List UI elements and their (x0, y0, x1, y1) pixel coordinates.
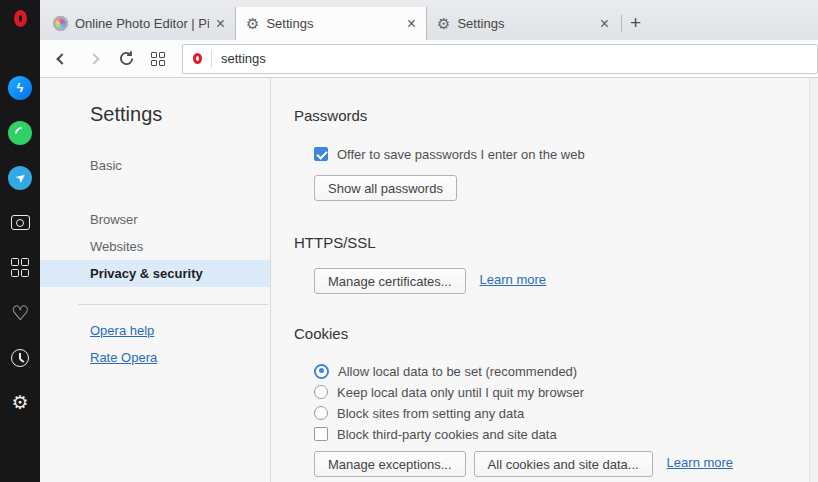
whatsapp-icon[interactable] (8, 120, 33, 145)
messenger-bolt-glyph: ϟ (17, 80, 24, 95)
rate-opera-link[interactable]: Rate Opera (40, 344, 270, 371)
nav-item-basic[interactable]: Basic (40, 152, 270, 179)
camera-icon[interactable] (8, 210, 33, 235)
page-title: Settings (90, 103, 270, 126)
nav-item-websites[interactable]: Websites (40, 233, 270, 260)
navigation-toolbar: settings (40, 40, 818, 78)
sidebar-icon-column: ϟ ➤ ♡ ⚙ (0, 27, 40, 415)
allow-local-data-label: Allow local data to be set (recommended) (338, 364, 577, 379)
settings-gear-favicon: ⚙ (246, 16, 259, 31)
opera-logo-icon[interactable] (14, 10, 27, 27)
https-ssl-section: HTTPS/SSL Manage certificates... Learn m… (294, 233, 809, 294)
history-clock-icon[interactable] (8, 345, 33, 370)
back-chevron-icon (56, 53, 67, 64)
block-third-party-checkbox[interactable] (314, 427, 328, 441)
cookies-learn-more-link[interactable]: Learn more (667, 455, 733, 470)
back-button[interactable] (46, 44, 78, 74)
nav-item-browser[interactable]: Browser (40, 206, 270, 233)
opera-help-link[interactable]: Opera help (40, 317, 270, 344)
tab-settings-active[interactable]: ⚙ Settings × (235, 7, 427, 40)
passwords-section: Passwords Offer to save passwords I ente… (294, 106, 809, 201)
sidebar-settings-gear-icon[interactable]: ⚙ (8, 390, 33, 415)
save-passwords-label: Offer to save passwords I enter on the w… (337, 147, 585, 162)
speed-dial-icon[interactable] (8, 255, 33, 280)
bookmarks-heart-icon[interactable]: ♡ (8, 300, 33, 325)
reload-icon (118, 50, 135, 67)
save-passwords-checkbox[interactable] (314, 147, 328, 161)
settings-nav-panel: Settings Basic Browser Websites Privacy … (40, 78, 271, 482)
cookies-section: Cookies Allow local data to be set (reco… (294, 324, 809, 477)
close-icon[interactable]: × (597, 16, 612, 32)
tab-bar: Online Photo Editor | Pixlr × ⚙ Settings… (40, 0, 818, 40)
settings-gear-favicon: ⚙ (437, 16, 450, 31)
settings-main-panel: Passwords Offer to save passwords I ente… (272, 78, 809, 482)
url-divider (211, 50, 212, 68)
opera-badge-icon (193, 53, 202, 64)
all-cookies-site-data-button[interactable]: All cookies and site data... (474, 451, 653, 477)
tab-pixlr[interactable]: Online Photo Editor | Pixlr × (43, 7, 235, 40)
https-learn-more-link[interactable]: Learn more (480, 272, 546, 287)
telegram-plane-glyph: ➤ (13, 168, 30, 185)
pixlr-favicon (53, 16, 68, 31)
whatsapp-phone-glyph (14, 126, 27, 139)
manage-exceptions-button[interactable]: Manage exceptions... (314, 451, 466, 477)
opera-browser-window: ϟ ➤ ♡ ⚙ Online Photo Editor | Pixlr × ⚙ … (0, 0, 818, 482)
nav-divider (78, 304, 268, 305)
browser-sidebar: ϟ ➤ ♡ ⚙ (0, 0, 40, 482)
block-third-party-label: Block third-party cookies and site data (337, 427, 557, 442)
tab-title: Settings (266, 16, 399, 31)
tab-separator (621, 15, 622, 32)
keep-local-data-radio[interactable] (314, 385, 328, 399)
messenger-icon[interactable]: ϟ (8, 75, 33, 100)
passwords-heading: Passwords (294, 106, 809, 126)
new-tab-button[interactable]: + (628, 13, 647, 40)
tab-title: Settings (457, 16, 592, 31)
close-icon[interactable]: × (404, 16, 419, 32)
block-sites-data-label: Block sites from setting any data (337, 406, 524, 421)
reload-button[interactable] (110, 44, 142, 74)
https-ssl-heading: HTTPS/SSL (294, 233, 809, 253)
manage-certificates-button[interactable]: Manage certificates... (314, 268, 466, 294)
forward-chevron-icon (88, 53, 99, 64)
nav-gap (40, 179, 270, 206)
forward-button[interactable] (78, 44, 110, 74)
tab-settings-2[interactable]: ⚙ Settings × (427, 7, 619, 40)
allow-local-data-radio[interactable] (314, 364, 329, 379)
address-bar[interactable]: settings (182, 44, 818, 74)
show-all-passwords-button[interactable]: Show all passwords (314, 175, 457, 201)
cookies-heading: Cookies (294, 324, 809, 344)
settings-page: Settings Basic Browser Websites Privacy … (40, 78, 818, 482)
close-icon[interactable]: × (213, 16, 228, 32)
vertical-scrollbar[interactable] (809, 78, 818, 482)
nav-item-privacy-security[interactable]: Privacy & security (40, 260, 270, 287)
tab-title: Online Photo Editor | Pixlr (75, 16, 209, 31)
telegram-icon[interactable]: ➤ (8, 165, 33, 190)
speed-dial-button[interactable] (142, 44, 174, 74)
speed-dial-grid-icon (151, 52, 165, 66)
block-sites-data-radio[interactable] (314, 406, 328, 420)
keep-local-data-label: Keep local data only until I quit my bro… (337, 385, 584, 400)
url-text: settings (221, 51, 266, 66)
